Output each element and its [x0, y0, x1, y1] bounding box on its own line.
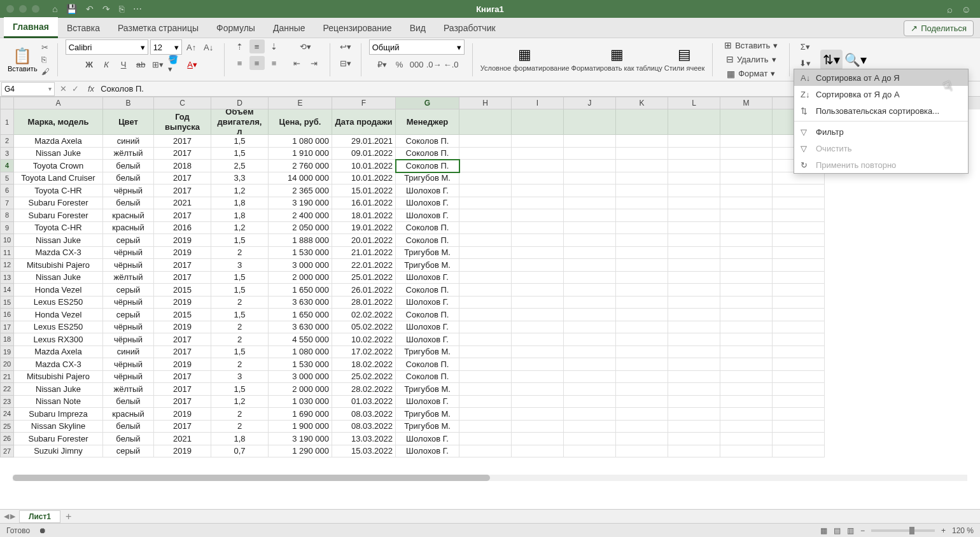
- home-icon[interactable]: ⌂: [52, 4, 57, 14]
- cell[interactable]: [459, 358, 512, 371]
- cell[interactable]: 2017: [154, 371, 211, 384]
- cell[interactable]: 3 000 000: [269, 371, 332, 384]
- cell[interactable]: Subaru Forester: [14, 433, 103, 445]
- cell[interactable]: 22.01.2022: [332, 259, 396, 272]
- undo-icon[interactable]: ↶: [86, 4, 94, 14]
- cell[interactable]: [720, 371, 773, 384]
- cell[interactable]: [773, 408, 825, 421]
- cell[interactable]: [720, 197, 773, 210]
- cell[interactable]: 1,5: [211, 346, 269, 359]
- cell[interactable]: [459, 222, 512, 235]
- cell[interactable]: белый: [103, 396, 154, 408]
- cell[interactable]: Шолохов Г.: [396, 321, 459, 334]
- cell[interactable]: [773, 333, 825, 346]
- cell[interactable]: [512, 222, 564, 235]
- row-header[interactable]: 5: [0, 172, 14, 185]
- row-header[interactable]: 9: [0, 222, 14, 235]
- fill-icon[interactable]: ⬇▾: [797, 56, 813, 70]
- cell[interactable]: [564, 396, 616, 408]
- cell[interactable]: [616, 333, 668, 346]
- row-header[interactable]: 27: [0, 445, 14, 458]
- cell[interactable]: Соколов П.: [396, 371, 459, 384]
- cell[interactable]: [720, 272, 773, 284]
- cell[interactable]: 2019: [154, 247, 211, 260]
- cell[interactable]: [616, 247, 668, 260]
- cell[interactable]: 2 000 000: [269, 272, 332, 284]
- cell[interactable]: 2017: [154, 272, 211, 284]
- cell[interactable]: Тригубов М.: [396, 247, 459, 260]
- col-header[interactable]: H: [459, 97, 512, 109]
- tab-formulas[interactable]: Формулы: [207, 18, 264, 38]
- cell[interactable]: 2: [211, 321, 269, 334]
- cell[interactable]: [773, 358, 825, 371]
- cell[interactable]: 1 650 000: [269, 284, 332, 296]
- cell[interactable]: [668, 197, 720, 210]
- cell[interactable]: Lexus RX300: [14, 333, 103, 346]
- cell[interactable]: [668, 222, 720, 235]
- cell[interactable]: 2: [211, 408, 269, 421]
- cell[interactable]: [616, 309, 668, 321]
- cell[interactable]: белый: [103, 172, 154, 185]
- cell[interactable]: 1 080 000: [269, 135, 332, 148]
- cell[interactable]: [459, 408, 512, 421]
- cell[interactable]: 13.03.2022: [332, 433, 396, 445]
- cell[interactable]: 2019: [154, 358, 211, 371]
- cell[interactable]: Шолохов Г.: [396, 197, 459, 210]
- cell[interactable]: [459, 109, 512, 135]
- cell[interactable]: [720, 333, 773, 346]
- cell[interactable]: [564, 234, 616, 247]
- decrease-font-icon[interactable]: A↓: [201, 40, 216, 54]
- cell[interactable]: [564, 284, 616, 296]
- cell[interactable]: 1,5: [211, 309, 269, 321]
- cell[interactable]: [773, 433, 825, 445]
- col-header[interactable]: B: [103, 97, 154, 109]
- cell[interactable]: [720, 284, 773, 296]
- cell[interactable]: [720, 148, 773, 160]
- cell[interactable]: 18.01.2022: [332, 209, 396, 222]
- row-header[interactable]: 4: [0, 160, 14, 172]
- cell[interactable]: [773, 172, 825, 185]
- cell[interactable]: 1 910 000: [269, 148, 332, 160]
- cell[interactable]: [616, 109, 668, 135]
- currency-icon[interactable]: ₽▾: [375, 57, 390, 71]
- cell[interactable]: [668, 247, 720, 260]
- cell[interactable]: Соколов П.: [396, 148, 459, 160]
- cell[interactable]: чёрный: [103, 259, 154, 272]
- row-header[interactable]: 2: [0, 135, 14, 148]
- cell[interactable]: 19.01.2022: [332, 222, 396, 235]
- cell[interactable]: [512, 358, 564, 371]
- cell[interactable]: [773, 272, 825, 284]
- col-header[interactable]: A: [14, 97, 103, 109]
- cell[interactable]: 1 690 000: [269, 408, 332, 421]
- cell[interactable]: 2017: [154, 383, 211, 396]
- cell[interactable]: [668, 135, 720, 148]
- cell[interactable]: [512, 408, 564, 421]
- cell[interactable]: 2015: [154, 284, 211, 296]
- cell[interactable]: 10.01.2022: [332, 160, 396, 172]
- increase-font-icon[interactable]: A↑: [184, 40, 199, 54]
- cell[interactable]: 1,5: [211, 284, 269, 296]
- table-header[interactable]: Дата продажи: [332, 109, 396, 135]
- cell[interactable]: 08.03.2022: [332, 421, 396, 433]
- cell[interactable]: Соколов П.: [396, 160, 459, 172]
- cell[interactable]: [616, 234, 668, 247]
- window-controls[interactable]: [6, 5, 39, 13]
- cell[interactable]: [564, 333, 616, 346]
- sort-za-item[interactable]: Z↓Сортировка от Я до А: [794, 86, 968, 102]
- cell[interactable]: [616, 296, 668, 309]
- row-header[interactable]: 12: [0, 259, 14, 272]
- redo-icon[interactable]: ↷: [102, 4, 110, 14]
- cell[interactable]: 2 000 000: [269, 383, 332, 396]
- cell[interactable]: [616, 284, 668, 296]
- cell[interactable]: [616, 209, 668, 222]
- cell[interactable]: [720, 135, 773, 148]
- save-icon[interactable]: 💾: [66, 4, 77, 14]
- cell[interactable]: [564, 433, 616, 445]
- cell[interactable]: 1,8: [211, 197, 269, 210]
- cell[interactable]: 2: [211, 358, 269, 371]
- cell[interactable]: [616, 408, 668, 421]
- cell[interactable]: Honda Vezel: [14, 309, 103, 321]
- row-header[interactable]: 14: [0, 284, 14, 296]
- zoom-out-icon[interactable]: −: [860, 526, 865, 535]
- col-header[interactable]: J: [564, 97, 616, 109]
